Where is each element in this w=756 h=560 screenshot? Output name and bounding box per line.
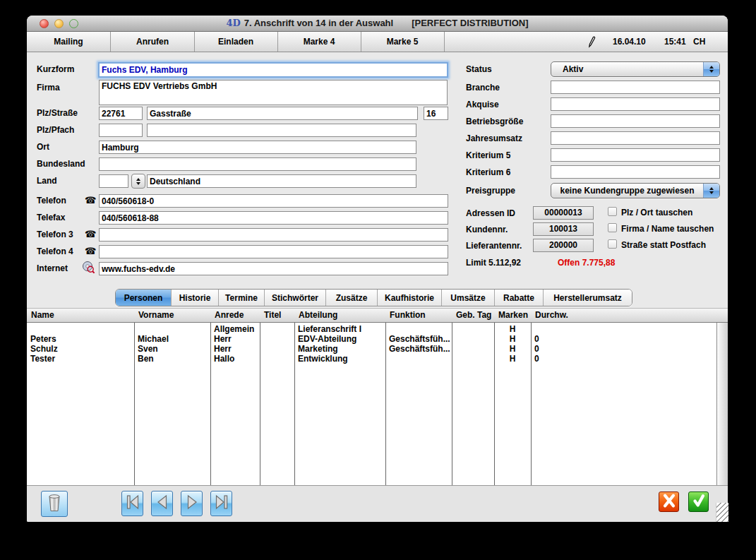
cell-anrede: Herr xyxy=(210,334,260,344)
cell-vorname: Michael xyxy=(134,334,210,344)
table-scrollbar[interactable] xyxy=(716,323,728,485)
strasse-input[interactable] xyxy=(147,107,418,120)
phone-icon[interactable]: ☎ xyxy=(85,246,96,256)
column-header-titel[interactable]: Titel xyxy=(260,310,294,320)
toolbar-button-anrufen[interactable]: Anrufen xyxy=(111,32,195,52)
toolbar-button-mailing[interactable]: Mailing xyxy=(27,32,111,52)
column-header-vorname[interactable]: Vorname xyxy=(134,310,210,320)
land-label: Land xyxy=(37,176,57,186)
last-record-button[interactable] xyxy=(210,491,232,516)
preisgruppe-popup[interactable]: keine Kundengruppe zugewiesen xyxy=(551,183,720,198)
pencil-icon[interactable] xyxy=(587,32,596,52)
kundennr-label: Kundennr. xyxy=(466,225,508,234)
kurzform-input[interactable] xyxy=(98,62,448,78)
hausnummer-input[interactable] xyxy=(424,107,448,120)
offen-value: Offen 7.775,88 xyxy=(558,258,615,268)
table-header: Name Vorname Anrede Titel Abteilung Funk… xyxy=(27,308,728,323)
cell-titel xyxy=(260,324,294,334)
resize-grip[interactable] xyxy=(716,503,728,522)
firma-label: Firma xyxy=(37,83,60,93)
table-row[interactable]: Allgemein Lieferanschrift I H xyxy=(27,324,716,334)
plz-input[interactable] xyxy=(99,107,143,120)
previous-record-button[interactable] xyxy=(151,491,173,516)
column-header-durchw[interactable]: Durchw. xyxy=(531,310,601,320)
toolbar-button-einladen[interactable]: Einladen xyxy=(194,32,278,52)
column-header-gebtag[interactable]: Geb. Tag xyxy=(452,310,494,320)
telefon4-label: Telefon 4 xyxy=(37,246,73,256)
land-code-input[interactable] xyxy=(99,174,128,188)
toolbar: Mailing Anrufen Einladen Marke 4 Marke 5… xyxy=(27,32,728,52)
tab-herstellerumsatz[interactable]: Herstellerumsatz xyxy=(543,290,632,306)
cell-abteilung: EDV-Abteilung xyxy=(294,334,385,344)
tab-termine[interactable]: Termine xyxy=(218,290,264,306)
akquise-input[interactable] xyxy=(551,97,720,111)
jahresumsatz-label: Jahresumsatz xyxy=(466,133,522,143)
akquise-label: Akquise xyxy=(466,100,499,109)
status-label: Status xyxy=(466,64,492,74)
plz-ort-tauschen-checkbox[interactable] xyxy=(608,207,617,216)
cancel-button[interactable] xyxy=(659,492,679,512)
cell-funktion: Geschäftsfüh... xyxy=(385,344,452,354)
bundesland-input[interactable] xyxy=(99,157,416,171)
column-header-funktion[interactable]: Funktion xyxy=(385,310,452,320)
land-name-input[interactable] xyxy=(147,174,416,188)
table-row[interactable]: Schulz Sven Herr Marketing Geschäftsfüh.… xyxy=(27,344,716,354)
cell-anrede: Hallo xyxy=(210,354,260,364)
cell-titel xyxy=(260,344,294,354)
column-header-abteilung[interactable]: Abteilung xyxy=(294,310,385,320)
confirm-button[interactable] xyxy=(688,492,709,512)
telefon-input[interactable] xyxy=(99,194,448,208)
toolbar-button-marke4[interactable]: Marke 4 xyxy=(277,32,361,52)
kundennr-value: 100013 xyxy=(533,222,594,236)
table-row[interactable]: Tester Ben Hallo Entwicklung H 0 xyxy=(27,354,716,364)
ort-input[interactable] xyxy=(99,141,416,154)
kriterium6-input[interactable] xyxy=(551,165,720,179)
postfach-input[interactable] xyxy=(147,124,416,137)
tab-historie[interactable]: Historie xyxy=(171,290,218,306)
titlebar[interactable]: 4D7. Anschrift von 14 in der Auswahl[PER… xyxy=(27,16,728,32)
delete-record-button[interactable] xyxy=(41,491,68,517)
status-popup[interactable]: Aktiv xyxy=(551,61,720,77)
popup-arrows-icon xyxy=(703,62,719,76)
column-header-marken[interactable]: Marken xyxy=(494,310,531,320)
adressen-id-value: 00000013 xyxy=(533,206,594,220)
tab-personen[interactable]: Personen xyxy=(116,290,171,306)
firma-name-tauschen-checkbox[interactable] xyxy=(608,223,617,232)
column-header-anrede[interactable]: Anrede xyxy=(210,310,260,320)
popup-arrows-icon xyxy=(703,184,719,198)
table-row[interactable]: Peters Michael Herr EDV-Abteilung Geschä… xyxy=(27,334,716,344)
betriebsgroesse-input[interactable] xyxy=(551,114,720,128)
tab-umsaetze[interactable]: Umsätze xyxy=(441,290,494,306)
strasse-statt-postfach-checkbox[interactable] xyxy=(608,239,617,249)
jahresumsatz-input[interactable] xyxy=(551,131,720,145)
cell-funktion: Geschäftsfüh... xyxy=(385,334,452,344)
toolbar-button-marke5[interactable]: Marke 5 xyxy=(361,32,445,52)
cell-vorname: Ben xyxy=(134,354,210,364)
tab-kaufhistorie[interactable]: Kaufhistorie xyxy=(377,290,441,306)
tab-stichwoerter[interactable]: Stichwörter xyxy=(264,290,325,306)
phone-icon[interactable]: ☎ xyxy=(85,196,96,205)
telefon4-input[interactable] xyxy=(99,245,448,258)
internet-input[interactable] xyxy=(99,262,448,275)
time-label: 15:41 xyxy=(664,32,686,52)
kriterium6-label: Kriterium 6 xyxy=(466,167,510,177)
kriterium5-label: Kriterium 5 xyxy=(466,150,510,160)
phone-icon[interactable]: ☎ xyxy=(85,230,96,239)
kriterium5-input[interactable] xyxy=(551,148,720,162)
cell-name: Tester xyxy=(27,354,134,364)
branche-input[interactable] xyxy=(551,81,720,94)
land-stepper[interactable] xyxy=(131,174,145,189)
previous-record-icon xyxy=(155,494,170,513)
pfach-plz-input[interactable] xyxy=(99,124,143,137)
telefon3-input[interactable] xyxy=(99,228,448,242)
column-header-name[interactable]: Name xyxy=(27,310,134,320)
globe-search-icon[interactable] xyxy=(82,261,95,277)
next-record-button[interactable] xyxy=(181,491,203,516)
telefax-input[interactable] xyxy=(99,211,448,225)
tab-zusaetze[interactable]: Zusätze xyxy=(325,290,377,306)
tab-rabatte[interactable]: Rabatte xyxy=(494,290,543,306)
first-record-button[interactable] xyxy=(121,491,143,516)
cell-name: Schulz xyxy=(27,344,134,354)
strasse-statt-postfach-label: Straße statt Postfach xyxy=(621,240,706,250)
firma-input[interactable]: FUCHS EDV Vertriebs GmbH xyxy=(99,80,448,105)
